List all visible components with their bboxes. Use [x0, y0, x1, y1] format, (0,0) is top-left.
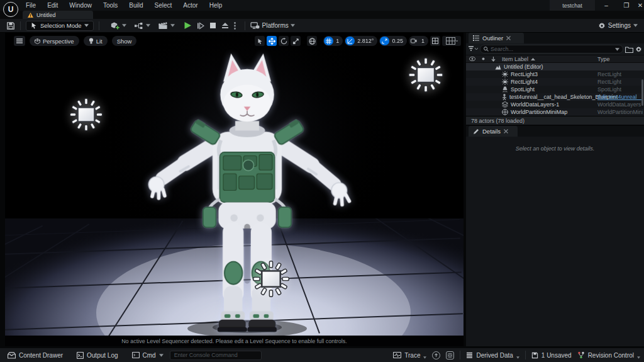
grid-snap-value: 1 — [336, 38, 342, 44]
filter-icon[interactable] — [468, 46, 478, 52]
chevron-down-icon — [122, 24, 126, 27]
viewport-layout-dropdown[interactable] — [442, 36, 461, 46]
details-pencil-icon — [473, 128, 479, 135]
tab-details[interactable]: Details — [469, 126, 518, 137]
rect-light-sprite-left[interactable] — [70, 98, 103, 131]
actor-count-label: 78 actors (78 loaded) — [471, 118, 525, 124]
pin-column-icon[interactable] — [481, 57, 486, 61]
select-arrow-icon — [257, 38, 263, 45]
cmd-dropdown[interactable]: Cmd — [132, 352, 164, 359]
screen-grid-button[interactable] — [430, 36, 440, 46]
show-label: Show — [117, 38, 132, 45]
level-icon — [495, 64, 501, 70]
add-actor-button[interactable] — [109, 21, 126, 30]
rect-light-sprite-top-right[interactable] — [408, 57, 443, 93]
menu-build[interactable]: Build — [123, 0, 148, 11]
outliner-row-rectlight3[interactable]: RectLight3 RectLight — [466, 71, 644, 78]
content-drawer-button[interactable]: Content Drawer — [8, 352, 63, 359]
perspective-cube-icon — [35, 38, 40, 44]
grid-snap-control[interactable]: 1 — [323, 36, 343, 46]
blueprints-icon — [134, 22, 144, 30]
menu-window[interactable]: Window — [64, 0, 97, 11]
selection-mode-label: Selection Mode — [40, 22, 81, 29]
stop-button[interactable] — [209, 22, 216, 29]
chevron-down-icon — [291, 24, 295, 27]
scale-tool-button[interactable] — [291, 36, 301, 46]
platforms-dropdown[interactable]: Platforms — [250, 22, 294, 30]
snapshot-status-icon[interactable] — [446, 351, 454, 359]
console-command-input[interactable] — [170, 351, 262, 360]
menu-tools[interactable]: Tools — [97, 0, 123, 11]
insights-status-icon[interactable] — [432, 351, 440, 359]
camera-speed-control[interactable]: 1 — [409, 36, 428, 46]
world-data-layers-icon — [502, 101, 508, 108]
scale-snap-value: 0.25 — [392, 38, 406, 44]
menu-actor[interactable]: Actor — [177, 0, 203, 11]
column-type[interactable]: Type — [597, 56, 610, 62]
right-dock: Outliner — [466, 33, 644, 346]
menu-help[interactable]: Help — [204, 0, 228, 11]
menu-file[interactable]: File — [20, 0, 42, 11]
selection-mode-dropdown[interactable]: Selection Mode — [26, 21, 94, 31]
derived-data-icon — [466, 352, 473, 359]
derived-data-button[interactable]: Derived Data — [466, 352, 519, 359]
lit-mode-dropdown[interactable]: Lit — [84, 36, 108, 46]
create-folder-icon[interactable] — [625, 46, 633, 53]
rotation-snap-control[interactable]: 2.812° — [345, 36, 377, 46]
cinematics-button[interactable] — [158, 21, 175, 30]
outliner-row-worlddatalayers[interactable]: WorldDataLayers-1 WorldDataLayers — [466, 101, 644, 108]
outliner-row-cat-blueprint[interactable]: test4unreal__cat_head_Skeleton_Blueprint… — [466, 93, 644, 101]
viewport-options-menu-button[interactable] — [14, 36, 25, 46]
outliner-row-level[interactable]: Untitled (Editor) — [466, 63, 644, 71]
move-tool-button[interactable] — [267, 36, 277, 46]
outliner-search-input[interactable] — [491, 46, 613, 52]
move-to-column-icon[interactable] — [491, 57, 496, 62]
outliner-tabstrip: Outliner — [466, 33, 644, 43]
frame-skip-button[interactable] — [197, 22, 204, 30]
play-options-kebab[interactable] — [234, 22, 236, 30]
visibility-eye-icon[interactable] — [469, 57, 475, 61]
level-tab-strip: Untitled — [0, 11, 644, 19]
outliner-search-box[interactable] — [480, 45, 623, 54]
save-button[interactable] — [6, 21, 15, 30]
add-actor-icon — [109, 21, 120, 30]
restore-button[interactable]: ❐ — [619, 0, 634, 11]
outliner-scrollbar[interactable] — [641, 79, 643, 106]
outliner-row-rectlight4[interactable]: RectLight4 RectLight — [466, 78, 644, 86]
eject-button[interactable] — [221, 22, 229, 29]
outliner-row-spotlight[interactable]: SpotLight SpotLight — [466, 86, 644, 93]
world-local-transform-button[interactable] — [307, 36, 317, 46]
close-button[interactable]: ✕ — [633, 0, 644, 11]
warning-icon — [28, 13, 33, 18]
close-icon[interactable] — [506, 36, 511, 40]
trace-button[interactable]: Trace — [393, 352, 426, 359]
perspective-dropdown[interactable]: Perspective — [30, 36, 79, 46]
settings-dropdown[interactable]: Settings — [598, 22, 638, 30]
outliner-settings-gear-icon[interactable] — [635, 46, 642, 53]
platforms-label: Platforms — [262, 22, 288, 29]
unsaved-button[interactable]: 1 Unsaved — [531, 352, 572, 359]
rotate-tool-button[interactable] — [279, 36, 289, 46]
cmd-console-icon — [132, 352, 140, 358]
outliner-column-header: Item Label Type — [466, 55, 644, 63]
output-log-button[interactable]: Output Log — [77, 352, 118, 359]
level-viewport[interactable]: Perspective Lit Show — [5, 33, 464, 346]
minimize-button[interactable]: – — [599, 0, 614, 11]
scale-snap-control[interactable]: 0.25 — [379, 36, 407, 46]
tab-outliner[interactable]: Outliner — [469, 33, 524, 43]
select-tool-button[interactable] — [255, 36, 265, 46]
menu-select[interactable]: Select — [149, 0, 178, 11]
lit-label: Lit — [96, 38, 103, 45]
globe-icon — [309, 38, 316, 45]
chevron-down-icon[interactable] — [615, 48, 619, 51]
blueprints-button[interactable] — [134, 22, 150, 30]
play-button[interactable] — [184, 21, 192, 30]
show-dropdown[interactable]: Show — [112, 36, 137, 46]
edit-blueprint-link[interactable]: Edit test4unreal__ca — [597, 94, 643, 100]
menu-edit[interactable]: Edit — [42, 0, 64, 11]
close-icon[interactable] — [504, 129, 508, 133]
revision-control-button[interactable]: Revision Control — [577, 351, 640, 359]
column-item-label[interactable]: Item Label — [502, 56, 528, 62]
level-tab-untitled[interactable]: Untitled — [23, 11, 93, 19]
outliner-row-worldpartitionminimap[interactable]: WorldPartitionMiniMap WorldPartitionMini… — [466, 108, 644, 116]
